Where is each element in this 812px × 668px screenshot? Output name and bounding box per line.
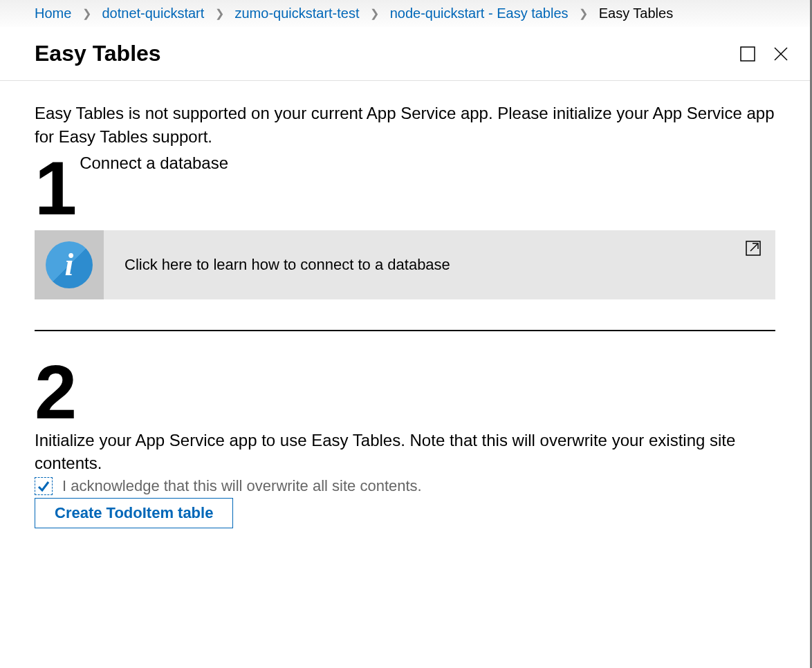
step-1-number: 1 <box>35 152 74 225</box>
chevron-right-icon: ❯ <box>370 7 379 20</box>
close-icon <box>773 46 789 62</box>
breadcrumb-link-zumo[interactable]: zumo-quickstart-test <box>234 6 359 21</box>
info-box-text: Click here to learn how to connect to a … <box>104 230 775 299</box>
breadcrumb: Home ❯ dotnet-quickstart ❯ zumo-quicksta… <box>0 0 810 27</box>
blade-title: Easy Tables <box>35 41 723 66</box>
maximize-button[interactable] <box>739 46 756 62</box>
blade-header: Easy Tables <box>0 27 810 81</box>
external-link-icon <box>745 240 762 259</box>
breadcrumb-link-dotnet[interactable]: dotnet-quickstart <box>102 6 204 21</box>
svg-line-4 <box>750 244 757 251</box>
chevron-right-icon: ❯ <box>215 7 224 20</box>
info-icon-wrap: i <box>35 230 104 299</box>
step-1-header: 1 Connect a database <box>35 152 775 225</box>
step-1-title: Connect a database <box>80 154 228 173</box>
step-2-description: Initialize your App Service app to use E… <box>35 429 775 474</box>
breadcrumb-link-node[interactable]: node-quickstart - Easy tables <box>390 6 569 21</box>
check-icon <box>37 479 50 493</box>
chevron-right-icon: ❯ <box>579 7 588 20</box>
acknowledge-label: I acknowledge that this will overwrite a… <box>62 477 422 495</box>
intro-text: Easy Tables is not supported on your cur… <box>35 102 775 148</box>
maximize-icon <box>740 46 755 62</box>
info-icon: i <box>46 241 93 288</box>
step-2-number: 2 <box>35 356 775 429</box>
close-button[interactable] <box>773 46 789 62</box>
create-todoitem-button[interactable]: Create TodoItem table <box>35 498 233 528</box>
connect-database-info-link[interactable]: i Click here to learn how to connect to … <box>35 230 775 299</box>
svg-rect-0 <box>741 47 755 61</box>
acknowledge-row: I acknowledge that this will overwrite a… <box>35 477 775 495</box>
breadcrumb-link-home[interactable]: Home <box>35 6 71 21</box>
breadcrumb-current: Easy Tables <box>599 6 673 21</box>
blade-content: Easy Tables is not supported on your cur… <box>0 81 810 668</box>
divider <box>35 330 775 331</box>
chevron-right-icon: ❯ <box>82 7 91 20</box>
acknowledge-checkbox[interactable] <box>35 477 53 495</box>
